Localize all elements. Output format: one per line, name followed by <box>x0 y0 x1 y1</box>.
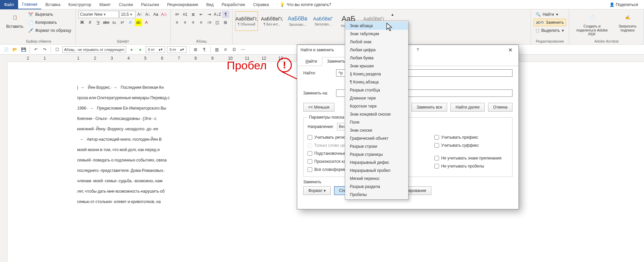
borders-button[interactable]: ⊞ <box>222 19 229 26</box>
copy-button[interactable]: 📄Копировать <box>27 19 73 26</box>
format-painter-button[interactable]: 🖌️Формат по образцу <box>27 27 73 34</box>
increase-indent-button[interactable]: ⇥ <box>206 11 213 18</box>
clear-format-button[interactable]: A◇ <box>160 11 168 18</box>
qat-undo[interactable]: ↶ <box>33 46 39 53</box>
highlight-button[interactable]: ab <box>135 19 142 26</box>
menu-item-graphic[interactable]: Графический объект <box>345 134 408 142</box>
replace-button[interactable]: ab⟲Заменить <box>534 19 566 26</box>
menu-item-linebreak[interactable]: Разрыв строки <box>345 142 408 150</box>
qat-table[interactable]: ⊞ <box>192 46 199 53</box>
shading-button[interactable]: ◫ <box>214 19 221 26</box>
menu-item-anychar[interactable]: Любой знак <box>345 38 408 46</box>
share-button[interactable]: 👤 Поделиться <box>609 2 644 7</box>
menu-item-field[interactable]: Поле <box>345 118 408 126</box>
chk-space[interactable]: Не учитывать пробелы <box>434 162 501 170</box>
menu-item-softhyphen[interactable]: Мягкий перенос <box>345 175 408 183</box>
menu-item-nbhyphen[interactable]: Неразрывный дефис <box>345 158 408 167</box>
menu-item-paragraph-mark[interactable]: Знак абзаца <box>345 22 408 30</box>
align-center-button[interactable]: ≡ <box>181 19 189 26</box>
tab-file[interactable]: Файл <box>0 0 18 9</box>
tab-find-dlg[interactable]: Найти <box>301 57 322 66</box>
menu-item-spaces[interactable]: Пробелы <box>345 191 408 199</box>
cancel-button[interactable]: Отмена <box>488 103 513 112</box>
chk-punct[interactable]: Не учитывать знаки препинания <box>434 154 501 162</box>
tell-me[interactable]: 💡Что вы хотите сделать? <box>280 2 331 7</box>
spacing-after[interactable]: 0 пт▴▾ <box>167 46 186 53</box>
spacing-before[interactable]: 0 пт▴▾ <box>146 46 165 53</box>
font-size-combo[interactable]: 10,5▾ <box>119 11 136 18</box>
tab-view[interactable]: Вид <box>202 0 218 9</box>
qat-new[interactable]: 📄 <box>3 46 9 53</box>
qat-open[interactable]: 📂 <box>11 46 18 53</box>
multilevel-button[interactable]: ≣ <box>190 11 197 18</box>
cut-button[interactable]: ✂️Вырезать <box>27 11 73 18</box>
find-button[interactable]: 🔍Найти▾ <box>534 11 566 18</box>
strike-button[interactable]: abc <box>103 19 110 26</box>
font-color-button[interactable]: A <box>143 19 150 26</box>
decrease-indent-button[interactable]: ⇤ <box>198 11 205 18</box>
menu-item-emdash[interactable]: Длинное тире <box>345 94 408 102</box>
menu-item-section-end[interactable]: § Конец раздела <box>345 70 408 78</box>
bullets-button[interactable]: ≡• <box>173 11 181 18</box>
qat-para[interactable]: ¶ <box>201 46 208 53</box>
menu-item-nbspace[interactable]: Неразрывный пробел <box>345 167 408 175</box>
align-left-button[interactable]: ≡ <box>173 19 181 26</box>
underline-button[interactable]: Ч <box>95 19 102 26</box>
tab-refs[interactable]: Ссылки <box>115 0 137 9</box>
chk-suffix[interactable]: Учитывать суффикс <box>434 142 501 149</box>
replace-all-button[interactable]: Заменить все <box>412 103 447 112</box>
qat-green2[interactable]: ● <box>137 46 144 53</box>
format-button[interactable]: Формат ▾ <box>303 186 331 195</box>
menu-item-para-end[interactable]: ¶ Конец абзаца <box>345 78 408 86</box>
show-marks-button[interactable]: ¶ <box>222 11 229 18</box>
qat-chk[interactable]: ☐ <box>54 46 60 53</box>
qat-pi[interactable]: π <box>222 46 229 53</box>
tab-dev[interactable]: Разработчик <box>218 0 249 9</box>
menu-item-anyletter[interactable]: Любая буква <box>345 54 408 62</box>
style-nospacing[interactable]: АаБбВвГг,¶ Без инт... <box>261 11 283 31</box>
menu-item-pagebreak[interactable]: Разрыв страницы <box>345 150 408 158</box>
numbering-button[interactable]: ≡1 <box>181 11 189 18</box>
chk-prefix[interactable]: Учитывать префикс <box>434 134 501 141</box>
less-button[interactable]: << Меньше <box>303 103 334 112</box>
paste-button[interactable]: 📋 Вставить <box>5 11 25 30</box>
styles-scroll-up[interactable]: ▴ <box>389 11 396 18</box>
para-option-input[interactable] <box>62 46 126 53</box>
menu-item-endash[interactable]: Короткое тире <box>345 102 408 110</box>
tab-home[interactable]: Главная <box>18 0 42 9</box>
tab-design[interactable]: Конструктор <box>64 0 95 9</box>
align-right-button[interactable]: ≡ <box>190 19 197 26</box>
adobe-share-button[interactable]: 📄 Создать и поделиться Adobe PDF <box>572 11 612 38</box>
style-normal[interactable]: АаБбВвГг,¶ Обычный <box>235 11 258 31</box>
bold-button[interactable]: Ж <box>78 19 86 26</box>
tab-help[interactable]: Справка <box>249 0 273 9</box>
tab-mailings[interactable]: Рассылки <box>137 0 163 9</box>
find-next-button[interactable]: Найти далее <box>450 103 485 112</box>
tab-insert[interactable]: Вставка <box>41 0 64 9</box>
tab-layout[interactable]: Макет <box>95 0 115 9</box>
tab-review[interactable]: Рецензирование <box>163 0 202 9</box>
qat-save[interactable]: 💾 <box>20 46 27 53</box>
menu-item-col-break[interactable]: Разрыв столбца <box>345 86 408 94</box>
superscript-button[interactable]: x² <box>119 19 126 26</box>
grow-font-button[interactable]: A↑ <box>136 11 144 18</box>
qat-more[interactable]: ⋯ <box>239 46 246 53</box>
qat-green1[interactable]: ● <box>128 46 135 53</box>
menu-item-anydigit[interactable]: Любая цифра <box>345 46 408 54</box>
menu-item-endnote[interactable]: Знак концевой сноски <box>345 110 408 118</box>
change-case-button[interactable]: Aa <box>152 11 160 18</box>
style-h2[interactable]: АаБбВвГЗаголово... <box>312 11 334 31</box>
style-h1[interactable]: АаБбВвЗаголово... <box>286 11 309 31</box>
dialog-help[interactable]: ? <box>417 48 419 52</box>
menu-item-sectbreak[interactable]: Разрыв раздела <box>345 183 408 191</box>
text-effects-button[interactable]: A <box>127 19 134 26</box>
qat-redo[interactable]: ↷ <box>41 46 48 53</box>
qat-cols[interactable]: ▥ <box>213 46 220 53</box>
select-button[interactable]: ⬚Выделить▾ <box>534 27 566 34</box>
italic-button[interactable]: К <box>87 19 94 26</box>
justify-button[interactable]: ≡ <box>198 19 205 26</box>
qat-omega[interactable]: Ω <box>231 46 237 53</box>
adobe-sign-button[interactable]: ✍️ Запросить подписи <box>614 11 641 34</box>
sort-button[interactable]: A↓Z <box>214 11 221 18</box>
dialog-close[interactable]: ✕ <box>505 47 515 53</box>
